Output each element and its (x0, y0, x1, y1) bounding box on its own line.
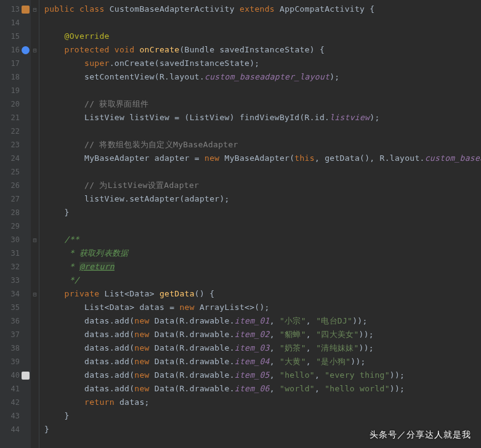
line-number: 35 (0, 301, 31, 314)
line-number: 26 (0, 179, 31, 192)
fold-toggle[interactable]: ⊟ (31, 233, 39, 246)
fold-toggle[interactable]: ⊟ (31, 43, 39, 57)
code-line: // 为ListView设置Adapter (44, 179, 481, 192)
code-editor: 13 14 15 16 17 18 19 20 21 22 23 24 25 2… (0, 0, 481, 448)
line-number: 38 (0, 341, 31, 355)
watermark-text: 头条号／分享达人就是我 (370, 430, 471, 441)
line-number: 17 (0, 57, 31, 70)
line-number-gutter[interactable]: 13 14 15 16 17 18 19 20 21 22 23 24 25 2… (0, 0, 31, 448)
line-number: 20 (0, 97, 31, 111)
line-number: 44 (0, 423, 31, 436)
code-line: List<Data> datas = new ArrayList<>(); (44, 301, 481, 314)
code-line: /** (44, 233, 481, 246)
line-number: 23 (0, 138, 31, 152)
line-number: 18 (0, 70, 31, 84)
line-number: 37 (0, 328, 31, 341)
fold-toggle[interactable]: ⊟ (31, 287, 39, 301)
code-line (44, 165, 481, 179)
line-number: 36 (0, 314, 31, 328)
code-line (44, 219, 481, 233)
line-number: 21 (0, 111, 31, 124)
code-line: datas.add(new Data(R.drawable.item_06, "… (44, 382, 481, 396)
line-number: 28 (0, 206, 31, 219)
code-line: // 获取界面组件 (44, 97, 481, 111)
code-line (44, 124, 481, 138)
line-number: 30 (0, 233, 31, 246)
code-line: ListView listView = (ListView) findViewB… (44, 111, 481, 124)
line-number: 34 (0, 287, 31, 301)
line-number: 27 (0, 192, 31, 206)
line-number: 33 (0, 274, 31, 287)
code-line: protected void onCreate(Bundle savedInst… (44, 43, 481, 57)
code-content[interactable]: public class CustomBaseAdapterActivity e… (39, 0, 481, 448)
fold-toggle[interactable]: ⊟ (31, 2, 39, 16)
code-line: datas.add(new Data(R.drawable.item_01, "… (44, 314, 481, 328)
line-number: 29 (0, 219, 31, 233)
override-icon (21, 45, 30, 54)
line-number: 40 (0, 369, 31, 382)
code-line: listView.setAdapter(adapter); (44, 192, 481, 206)
code-line: private List<Data> getData() { (44, 287, 481, 301)
line-number: 19 (0, 84, 31, 97)
code-line: datas.add(new Data(R.drawable.item_04, "… (44, 355, 481, 369)
line-number: 32 (0, 260, 31, 274)
line-number: 25 (0, 165, 31, 179)
code-line: return datas; (44, 396, 481, 409)
code-line: datas.add(new Data(R.drawable.item_03, "… (44, 341, 481, 355)
code-line: datas.add(new Data(R.drawable.item_02, "… (44, 328, 481, 341)
code-line: } (44, 409, 481, 423)
line-number: 15 (0, 30, 31, 43)
code-line: // 将数组包装为自定义MyBaseAdapter (44, 138, 481, 152)
drawable-icon (21, 370, 30, 379)
line-number: 16 (0, 43, 31, 57)
code-line: super.onCreate(savedInstanceState); (44, 57, 481, 70)
code-line: datas.add(new Data(R.drawable.item_05, "… (44, 369, 481, 382)
line-number: 42 (0, 396, 31, 409)
class-icon (21, 4, 30, 13)
line-number: 43 (0, 409, 31, 423)
code-line: * @return (44, 260, 481, 274)
line-number: 13 (0, 2, 31, 16)
line-number: 41 (0, 382, 31, 396)
code-line: public class CustomBaseAdapterActivity e… (44, 2, 481, 16)
line-number: 39 (0, 355, 31, 369)
code-line (44, 16, 481, 30)
fold-column[interactable]: ⊟ ⊟ ⊟ ⊟ (31, 0, 39, 448)
line-number: 24 (0, 152, 31, 165)
code-line: setContentView(R.layout.custom_baseadapt… (44, 70, 481, 84)
code-line: MyBaseAdapter adapter = new MyBaseAdapte… (44, 152, 481, 165)
line-number: 14 (0, 16, 31, 30)
code-line (44, 84, 481, 97)
line-number: 22 (0, 124, 31, 138)
code-line: } (44, 206, 481, 219)
code-line: */ (44, 274, 481, 287)
code-line: @Override (44, 30, 481, 43)
code-line: * 获取列表数据 (44, 246, 481, 260)
line-number: 31 (0, 246, 31, 260)
